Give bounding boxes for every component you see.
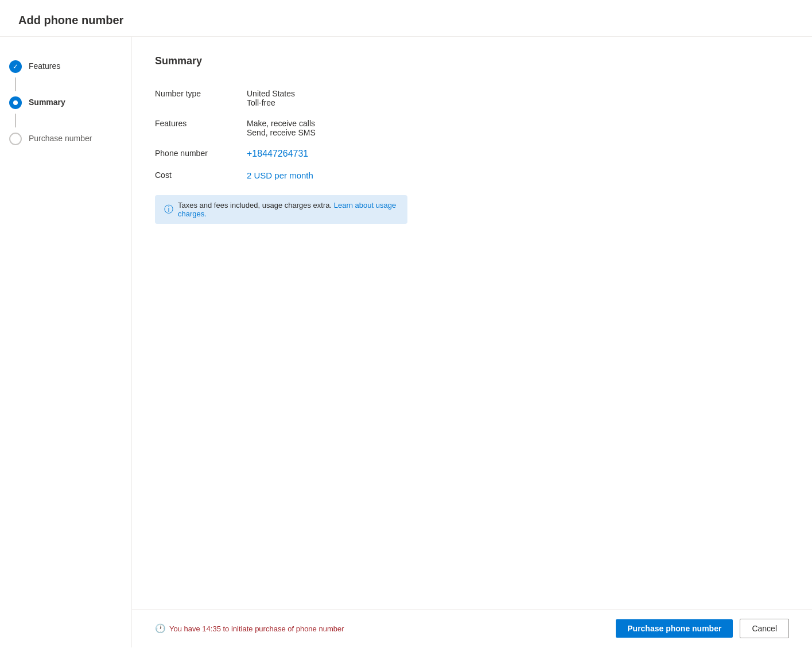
features-line2: Send, receive SMS xyxy=(247,128,316,137)
footer-actions: Purchase phone number Cancel xyxy=(616,619,789,638)
timer-text: You have 14:35 to initiate purchase of p… xyxy=(169,624,344,633)
number-type-country: United States xyxy=(247,89,295,98)
summary-row-cost: Cost 2 USD per month xyxy=(155,165,545,186)
cancel-button[interactable]: Cancel xyxy=(740,619,789,638)
step-features[interactable]: ✓ Features xyxy=(9,55,122,77)
content-panel: Summary Number type United States Toll-f… xyxy=(132,37,812,647)
cost-label: Cost xyxy=(155,170,247,180)
features-value: Make, receive calls Send, receive SMS xyxy=(247,119,316,137)
phone-number-display: +18447264731 xyxy=(247,149,308,158)
features-line1: Make, receive calls xyxy=(247,119,316,128)
content-footer: 🕐 You have 14:35 to initiate purchase of… xyxy=(132,609,812,647)
step-icon-features: ✓ xyxy=(9,60,22,73)
info-icon: ⓘ xyxy=(164,204,173,216)
step-summary[interactable]: Summary xyxy=(9,91,122,114)
summary-row-features: Features Make, receive calls Send, recei… xyxy=(155,113,545,143)
step-label-summary: Summary xyxy=(29,96,65,108)
step-icon-summary xyxy=(9,96,22,109)
step-connector-1 xyxy=(15,77,16,91)
timer-icon: 🕐 xyxy=(155,623,166,634)
page-title: Add phone number xyxy=(18,14,794,27)
number-type-value: United States Toll-free xyxy=(247,89,295,107)
summary-row-phone-number: Phone number +18447264731 xyxy=(155,143,545,165)
step-label-features: Features xyxy=(29,60,60,72)
step-icon-purchase xyxy=(9,133,22,145)
summary-row-number-type: Number type United States Toll-free xyxy=(155,83,545,113)
summary-table: Number type United States Toll-free Feat… xyxy=(155,83,545,186)
purchase-phone-number-button[interactable]: Purchase phone number xyxy=(616,619,733,638)
cost-value: 2 USD per month xyxy=(247,170,313,180)
number-type-kind: Toll-free xyxy=(247,98,295,107)
usage-charges-info-box: ⓘ Taxes and fees included, usage charges… xyxy=(155,195,407,224)
phone-number-label: Phone number xyxy=(155,149,247,158)
features-label: Features xyxy=(155,119,247,128)
timer-notice: 🕐 You have 14:35 to initiate purchase of… xyxy=(155,623,344,634)
step-label-purchase: Purchase number xyxy=(29,132,92,145)
summary-section-title: Summary xyxy=(155,55,789,67)
steps-sidebar: ✓ Features Summary Purchase number xyxy=(0,37,132,647)
info-text: Taxes and fees included, usage charges e… xyxy=(178,201,398,218)
cost-amount: 2 USD per month xyxy=(247,170,313,180)
step-purchase[interactable]: Purchase number xyxy=(9,127,122,150)
number-type-label: Number type xyxy=(155,89,247,98)
phone-number-value: +18447264731 xyxy=(247,149,308,159)
step-connector-2 xyxy=(15,114,16,127)
content-body: Summary Number type United States Toll-f… xyxy=(132,37,812,609)
